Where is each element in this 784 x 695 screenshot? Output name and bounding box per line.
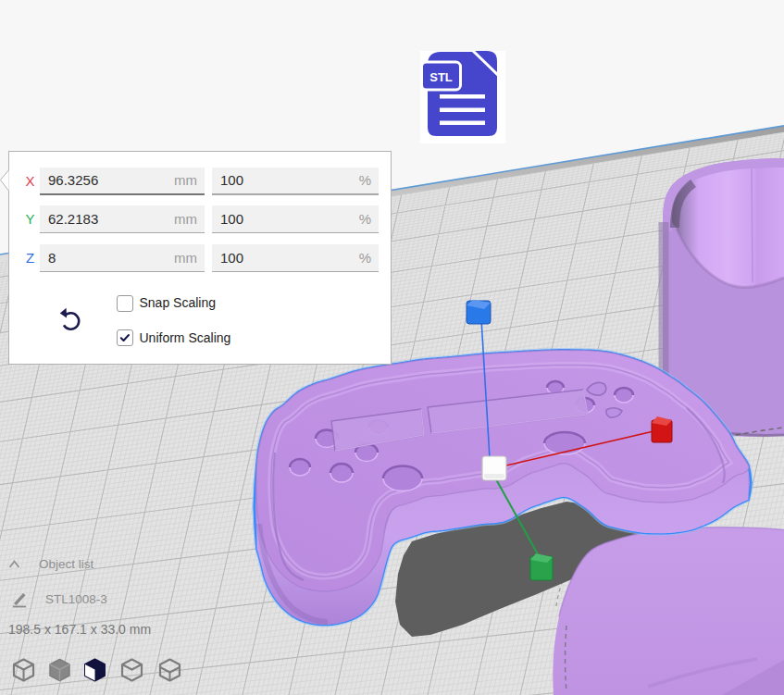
svg-text:STL: STL	[429, 70, 453, 84]
